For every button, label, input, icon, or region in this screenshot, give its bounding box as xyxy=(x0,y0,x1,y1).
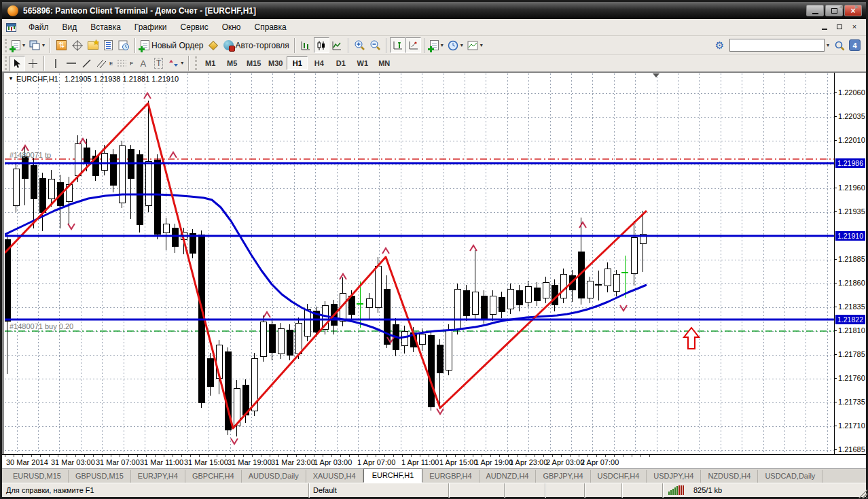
timeframe-M15[interactable]: M15 xyxy=(243,56,264,70)
timeframe-M1[interactable]: M1 xyxy=(200,56,221,70)
timeframe-M30[interactable]: M30 xyxy=(265,56,286,70)
candle-bull xyxy=(101,153,107,170)
line-chart-icon xyxy=(331,40,342,51)
tab-GBPUSD,M15[interactable]: GBPUSD,M15 xyxy=(69,470,131,483)
search-dropdown-arrow[interactable]: ▾ xyxy=(827,43,829,48)
new-order-button[interactable]: Новый Ордер xyxy=(139,37,205,53)
trendline-tool-button[interactable] xyxy=(79,56,94,71)
menu-item-Вставка[interactable]: Вставка xyxy=(84,20,128,34)
candle-bull xyxy=(260,322,266,356)
menu-item-Вид[interactable]: Вид xyxy=(56,20,84,34)
tab-EURUSD,M15[interactable]: EURUSD,M15 xyxy=(6,470,69,483)
new-chart-button[interactable]: ▾ xyxy=(10,37,27,53)
notifications-button[interactable]: 4 xyxy=(849,39,861,51)
timeframe-H4[interactable]: H4 xyxy=(308,56,329,70)
tab-EURCHF,H1[interactable]: EURCHF,H1 xyxy=(363,468,423,483)
fractal-up-icon xyxy=(382,248,389,254)
tab-AUDNZD,H4[interactable]: AUDNZD,H4 xyxy=(480,470,537,483)
chart-ohlc-label: EURCHF,H1 1.21905 1.21938 1.21881 1.2191… xyxy=(16,75,179,83)
child-restore-button[interactable] xyxy=(833,21,846,32)
label-tool-button[interactable]: T xyxy=(151,56,166,71)
settings-button[interactable]: ⚙ xyxy=(712,37,727,53)
indicators-button[interactable]: ▾ xyxy=(428,37,446,53)
moving-average-line[interactable] xyxy=(5,194,647,338)
toolbar-grip[interactable] xyxy=(5,39,7,52)
navigator-button[interactable]: ★ xyxy=(85,37,101,53)
menu-item-Файл[interactable]: Файл xyxy=(22,20,56,34)
timeframe-MN[interactable]: MN xyxy=(374,56,395,70)
chart-shift-button[interactable] xyxy=(405,37,421,53)
menu-item-Справка[interactable]: Справка xyxy=(248,20,293,34)
tab-XAUUSD,H4[interactable]: XAUUSD,H4 xyxy=(306,470,363,483)
cursor-tool-button[interactable] xyxy=(10,56,25,71)
zoom-in-icon xyxy=(354,39,365,51)
line-chart-button[interactable] xyxy=(329,37,345,53)
tab-USDCAD,Daily[interactable]: USDCAD,Daily xyxy=(758,470,822,483)
menu-item-Окно[interactable]: Окно xyxy=(215,20,248,34)
search-input[interactable] xyxy=(729,39,825,52)
child-close-button[interactable]: × xyxy=(848,21,861,32)
star-icon: ★ xyxy=(93,38,100,47)
zoom-out-button[interactable] xyxy=(367,37,383,53)
new-order-icon xyxy=(141,40,149,50)
templates-button[interactable]: ▾ xyxy=(465,37,485,53)
minimize-button[interactable] xyxy=(806,5,824,16)
tab-AUDUSD,Daily[interactable]: AUDUSD,Daily xyxy=(242,470,306,483)
experts-button[interactable] xyxy=(206,37,221,53)
price-axis[interactable]: 1.220601.220351.220101.219601.219351.218… xyxy=(834,73,865,454)
app-logo-icon xyxy=(7,5,18,16)
candle-bull xyxy=(454,289,460,329)
autotrading-label: Авто-торговля xyxy=(236,41,289,50)
strategy-tester-button[interactable] xyxy=(116,37,132,53)
zoom-in-button[interactable] xyxy=(352,37,367,53)
market-watch-button[interactable]: ⇅ xyxy=(54,37,69,53)
titlebar[interactable]: 565896: Panteon Client Terminal - Демо С… xyxy=(2,2,866,19)
candlestick-chart-button[interactable] xyxy=(314,37,329,53)
tab-NZDUSD,H4[interactable]: NZDUSD,H4 xyxy=(701,470,758,483)
menu-item-Графики[interactable]: Графики xyxy=(128,20,174,34)
timeframe-W1[interactable]: W1 xyxy=(352,56,373,70)
menubar: ФайлВидВставкаГрафикиСервисОкноСправка × xyxy=(2,19,866,36)
chart-shift-marker[interactable] xyxy=(653,73,659,78)
time-axis[interactable]: 30 Mar 201431 Mar 03:0031 Mar 07:0031 Ma… xyxy=(2,454,866,468)
time-label: 2 Apr 03:00 xyxy=(546,458,584,466)
arrows-tool-button[interactable]: ▾ xyxy=(166,56,185,71)
tab-USDCHF,H4[interactable]: USDCHF,H4 xyxy=(591,470,647,483)
auto-scroll-button[interactable] xyxy=(390,37,405,53)
fibonacci-tool-button[interactable]: F xyxy=(115,56,135,71)
status-traffic: 825/1 kb xyxy=(693,486,722,494)
horizontal-line-tool-button[interactable] xyxy=(63,56,79,71)
timeframe-D1[interactable]: D1 xyxy=(330,56,351,70)
toolbar-grip[interactable] xyxy=(195,56,198,70)
tab-GBPJPY,H4[interactable]: GBPJPY,H4 xyxy=(536,470,590,483)
tab-USDJPY,H4[interactable]: USDJPY,H4 xyxy=(647,470,701,483)
price-tick: 1.21710 xyxy=(838,421,865,430)
tab-scroll-arrows[interactable]: ◄ ► xyxy=(838,3,864,10)
chart-window-icon[interactable] xyxy=(6,23,16,32)
chart-plot[interactable] xyxy=(5,73,834,454)
crosshair-tool-button[interactable] xyxy=(25,56,41,71)
bar-chart-button[interactable] xyxy=(298,37,314,53)
terminal-button[interactable] xyxy=(101,37,116,53)
tab-EURGBP,H4[interactable]: EURGBP,H4 xyxy=(422,470,479,483)
text-tool-button[interactable]: A xyxy=(135,56,151,71)
chevron-down-icon: ▾ xyxy=(480,43,483,48)
candle-bull xyxy=(163,224,169,233)
menu-item-Сервис[interactable]: Сервис xyxy=(174,20,215,34)
vertical-line-tool-button[interactable] xyxy=(48,56,63,71)
channel-tool-button[interactable]: E xyxy=(94,56,115,71)
chevron-down-icon: ▾ xyxy=(22,43,25,48)
timeframe-M5[interactable]: M5 xyxy=(221,56,242,70)
autotrading-button[interactable]: Авто-торговля xyxy=(221,37,291,53)
symbol-dropdown-icon[interactable]: ▼ xyxy=(8,75,14,82)
candle-bull xyxy=(525,286,531,302)
profiles-button[interactable]: ▾ xyxy=(27,37,47,53)
timeframe-H1[interactable]: H1 xyxy=(287,56,308,70)
child-minimize-button[interactable] xyxy=(818,21,831,32)
search-button[interactable] xyxy=(831,37,847,53)
tab-GBPCHF,H4[interactable]: GBPCHF,H4 xyxy=(185,470,242,483)
data-window-button[interactable] xyxy=(69,37,85,53)
tab-EURJPY,H4[interactable]: EURJPY,H4 xyxy=(131,470,185,483)
toolbar-grip[interactable] xyxy=(5,56,7,70)
periods-button[interactable]: ▾ xyxy=(446,37,465,53)
